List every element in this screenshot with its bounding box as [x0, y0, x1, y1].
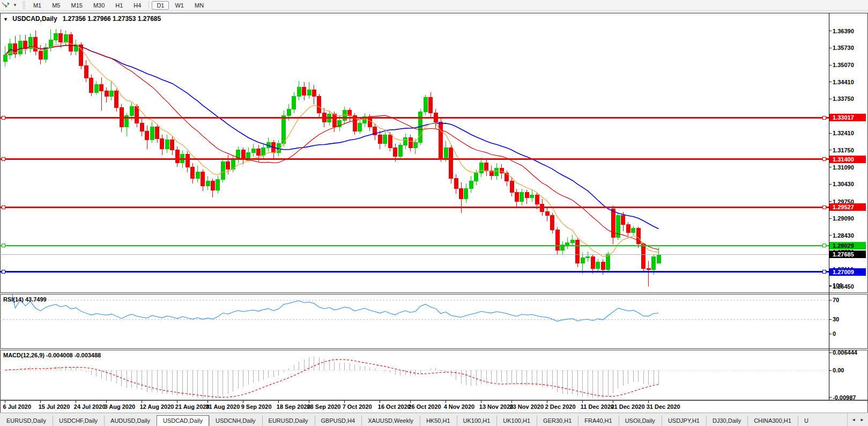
price-axis-label: 1.36390	[833, 28, 854, 34]
tab-scroll-buttons: ◄ ►	[847, 413, 868, 426]
chart-tab-bar: EURUSD,DailyUSDCHF,DailyAUDUSD,DailyUSDC…	[0, 413, 868, 426]
price-pane	[0, 29, 829, 287]
chart-tab-15[interactable]: DJ30,Daily	[706, 415, 747, 426]
chart-tab-6[interactable]: GBPUSD,H4	[315, 415, 362, 426]
hline-object-1.27009[interactable]	[0, 270, 829, 274]
hline-object-1.29527[interactable]	[0, 205, 829, 209]
date-axis-label: 31 Aug 2020	[206, 403, 240, 410]
date-axis-label: 11 Dec 2020	[581, 403, 614, 410]
hline-handle[interactable]	[2, 205, 5, 209]
date-axis-label: 21 Aug 2020	[175, 403, 210, 410]
timeframe-button-d1[interactable]: D1	[152, 1, 169, 10]
chart-tab-16[interactable]: CHINA300,H1	[747, 415, 798, 426]
ma-fast-line	[5, 42, 659, 256]
timeframe-button-m5[interactable]: M5	[47, 1, 65, 10]
hline-price-tag-1.29527: 1.29527	[829, 203, 866, 211]
chart-cursor-icon[interactable]	[1, 1, 12, 9]
hline-handle[interactable]	[2, 158, 5, 161]
hline-handle[interactable]	[2, 116, 5, 119]
rsi-axis-label: 0	[833, 330, 836, 337]
timeframe-button-h4[interactable]: H4	[129, 1, 146, 10]
tab-scroll-left-button[interactable]: ◄	[849, 416, 858, 423]
price-axis-label: 1.30430	[833, 181, 854, 187]
tab-scroll-right-button[interactable]: ►	[858, 416, 866, 423]
chart-tab-1[interactable]: USDCHF,Daily	[53, 415, 104, 426]
toolbar-dropdown-caret-icon[interactable]: ▼	[13, 3, 17, 8]
date-axis-label: 28 Sep 2020	[307, 403, 341, 410]
date-axis-label: 6 Jul 2020	[3, 403, 32, 410]
chart-title: ▼ USDCAD,Daily 1.27356 1.27966 1.27353 1…	[3, 15, 161, 23]
hline-object-1.28029[interactable]	[0, 244, 829, 247]
timeframe-button-h1[interactable]: H1	[110, 1, 128, 10]
svg-text:1.27685: 1.27685	[833, 251, 854, 258]
toolbar-grip	[22, 2, 25, 9]
price-axis-label: 1.33750	[833, 96, 854, 102]
svg-text:1.33017: 1.33017	[833, 114, 854, 121]
chart-tab-13[interactable]: USOil,Daily	[619, 415, 662, 426]
chart-tab-12[interactable]: FRA40,H1	[578, 415, 618, 426]
svg-text:1.31400: 1.31400	[833, 156, 854, 163]
chart-tab-7[interactable]: XAUUSD,Weekly	[361, 415, 420, 426]
date-axis-label: 2 Dec 2020	[545, 403, 576, 410]
chart-tab-9[interactable]: UK100,H1	[457, 415, 497, 426]
chart-symbol-label: USDCAD,Daily	[12, 15, 57, 23]
chart-tab-5[interactable]: EURUSD,Daily	[262, 415, 315, 426]
date-axis-label: 3 Aug 2020	[105, 403, 136, 410]
macd-axis-label: 0.00	[833, 367, 844, 373]
price-axis-label: 1.32410	[833, 130, 854, 136]
chart-tab-10[interactable]: UK100,H1	[496, 415, 537, 426]
timeframe-button-m15[interactable]: M15	[66, 1, 87, 10]
chart-tab-8[interactable]: HK50,H1	[420, 415, 457, 426]
svg-text:1.27009: 1.27009	[833, 269, 854, 275]
date-axis-label: 7 Oct 2020	[343, 403, 372, 410]
chart-ohlc-values: 1.27356 1.27966 1.27353 1.27685	[63, 15, 161, 23]
hline-object-1.31400[interactable]	[0, 158, 829, 161]
hline-handle[interactable]	[822, 116, 826, 119]
current-price-tag: 1.27685	[829, 251, 866, 258]
hline-object-1.33017[interactable]	[0, 116, 829, 119]
timeframe-button-m30[interactable]: M30	[88, 1, 109, 10]
ma-slow-line	[5, 45, 659, 229]
timeframe-button-m1[interactable]: M1	[28, 1, 46, 10]
price-axis-label: 1.31750	[833, 147, 854, 153]
date-axis-label: 18 Sep 2020	[277, 403, 310, 410]
hline-handle[interactable]	[822, 244, 826, 247]
chart-tab-3[interactable]: USDCAD,Daily	[157, 415, 209, 426]
hline-handle[interactable]	[822, 158, 826, 161]
macd-axis-label: 0.006444	[833, 349, 858, 356]
date-axis-label: 26 Oct 2020	[409, 403, 441, 410]
timeframe-buttons: M1M5M15M30H1H4D1W1MN	[28, 1, 209, 10]
date-axis-label: 16 Oct 2020	[378, 403, 411, 410]
ma-medium-line	[5, 45, 659, 249]
macd-pane	[0, 356, 829, 399]
date-axis-label: 21 Dec 2020	[611, 403, 645, 410]
date-axis-label: 13 Nov 2020	[479, 403, 514, 410]
svg-text:1.29527: 1.29527	[833, 204, 854, 210]
chart-tab-17[interactable]: U	[798, 415, 815, 426]
date-axis-label: 15 Jul 2020	[39, 403, 70, 410]
rsi-axis-label: 100	[833, 282, 842, 289]
chart-tab-4[interactable]: USDCNH,Daily	[209, 415, 262, 426]
hline-price-tag-1.33017: 1.33017	[829, 114, 866, 121]
symbol-dropdown-icon[interactable]: ▼	[3, 17, 8, 22]
rsi-axis-label: 30	[833, 316, 839, 322]
price-axis-label: 1.35730	[833, 45, 854, 51]
hline-handle[interactable]	[2, 244, 5, 247]
chart-tab-11[interactable]: GER30,H1	[537, 415, 578, 426]
hline-price-tag-1.27009: 1.27009	[829, 268, 866, 276]
timeframe-toolbar: ▼ M1M5M15M30H1H4D1W1MN	[0, 0, 868, 11]
toolbar-separator	[149, 1, 149, 9]
macd-axis-label: -0.00987	[833, 394, 856, 401]
hline-handle[interactable]	[822, 270, 826, 274]
timeframe-button-mn[interactable]: MN	[190, 1, 209, 10]
chart-tab-2[interactable]: AUDUSD,Daily	[104, 415, 157, 426]
timeframe-button-w1[interactable]: W1	[170, 1, 189, 10]
hline-handle[interactable]	[822, 205, 826, 209]
chart-tab-14[interactable]: USDJPY,H1	[662, 415, 706, 426]
price-axis-label: 1.31090	[833, 164, 854, 171]
hline-handle[interactable]	[2, 270, 5, 274]
price-axis-label: 1.35070	[833, 62, 854, 68]
candles-layer	[3, 29, 661, 287]
price-axis-label: 1.29090	[833, 215, 854, 222]
chart-tab-0[interactable]: EURUSD,Daily	[0, 415, 53, 426]
